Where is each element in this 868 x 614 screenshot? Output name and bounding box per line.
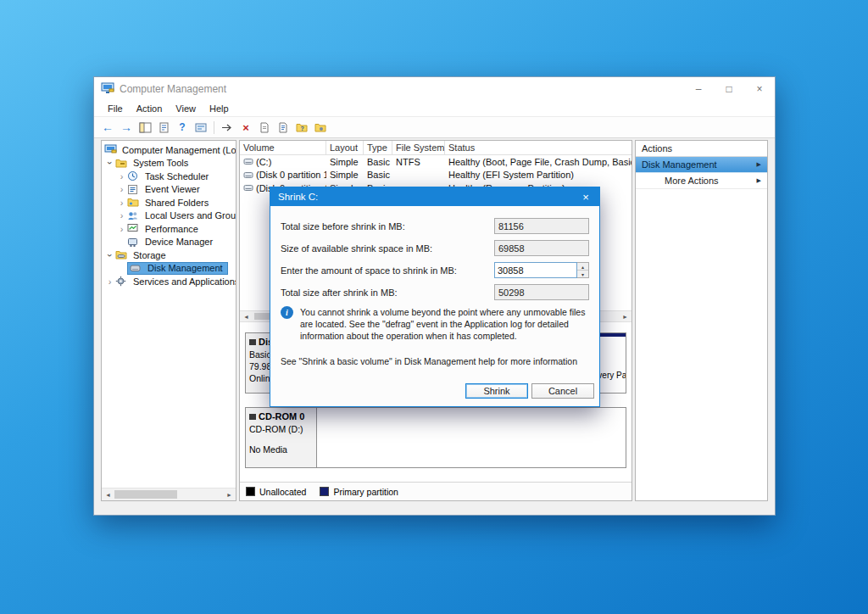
window-titlebar: Computer Management – □ × bbox=[94, 77, 775, 100]
field-label: Total size after shrink in MB: bbox=[281, 287, 494, 298]
unallocated-swatch-icon bbox=[246, 487, 255, 496]
cdrom-drive: CD-ROM (D:) bbox=[249, 423, 313, 435]
show-tree-icon[interactable] bbox=[136, 120, 153, 135]
tree-item-shared-folders[interactable]: › Shared Folders bbox=[102, 196, 236, 209]
document-icon[interactable] bbox=[256, 120, 273, 135]
tree-item-computer-management[interactable]: Computer Management (Local bbox=[102, 143, 236, 157]
actions-pane-title: Actions bbox=[636, 141, 767, 157]
partition-legend: Unallocated Primary partition bbox=[240, 482, 632, 500]
tree-item-label: Storage bbox=[131, 250, 169, 260]
tree-item-device-manager[interactable]: Device Manager bbox=[102, 236, 236, 249]
properties-icon[interactable] bbox=[192, 120, 209, 135]
chevron-down-icon[interactable]: › bbox=[105, 158, 115, 169]
device-manager-icon bbox=[127, 237, 140, 248]
actions-item-disk-management[interactable]: Disk Management ▶ bbox=[636, 157, 767, 173]
toolbar: ← → ? × ? bbox=[94, 117, 775, 138]
back-icon[interactable]: ← bbox=[99, 120, 116, 135]
field-row-total-before: Total size before shrink in MB: 81156 bbox=[281, 218, 589, 234]
forward-icon[interactable]: → bbox=[118, 120, 135, 135]
maximize-button[interactable]: □ bbox=[714, 77, 744, 100]
column-header-layout[interactable]: Layout bbox=[326, 141, 364, 154]
minimize-button[interactable]: – bbox=[683, 77, 714, 100]
close-button[interactable]: × bbox=[744, 77, 775, 100]
folder-help-icon[interactable]: ? bbox=[293, 120, 310, 135]
cdrom-icon bbox=[249, 414, 256, 420]
chevron-right-icon[interactable]: › bbox=[104, 276, 115, 287]
spinner-down-icon[interactable]: ▾ bbox=[577, 270, 588, 277]
volume-icon bbox=[243, 183, 253, 193]
scrollbar-track[interactable] bbox=[114, 488, 223, 500]
cdrom-media-area[interactable] bbox=[317, 407, 626, 468]
shrink-button[interactable]: Shrink bbox=[465, 383, 528, 399]
scroll-left-arrow-icon[interactable]: ◄ bbox=[240, 311, 253, 321]
chevron-down-icon[interactable]: › bbox=[105, 249, 115, 260]
tree-item-storage[interactable]: › Storage bbox=[102, 248, 236, 262]
scrollbar-thumb[interactable] bbox=[114, 490, 177, 499]
help-icon[interactable]: ? bbox=[174, 120, 191, 135]
scroll-right-arrow-icon[interactable]: ► bbox=[619, 311, 632, 321]
pointer-icon[interactable] bbox=[219, 120, 236, 135]
volume-row[interactable]: (Disk 0 partition 1) Simple Basic Health… bbox=[240, 169, 632, 182]
tree-item-disk-management[interactable]: Disk Management bbox=[102, 262, 236, 276]
field-row-total-after: Total size after shrink in MB: 50298 bbox=[281, 284, 589, 300]
cdrom-label[interactable]: CD-ROM 0 CD-ROM (D:) No Media bbox=[245, 407, 317, 468]
dialog-buttons: Shrink Cancel bbox=[465, 383, 594, 399]
tree-item-services-applications[interactable]: › Services and Applications bbox=[102, 275, 236, 288]
menu-help[interactable]: Help bbox=[203, 102, 236, 115]
menu-bar: File Action View Help bbox=[94, 100, 775, 117]
tree-item-label: Task Scheduler bbox=[142, 171, 211, 181]
column-header-status[interactable]: Status bbox=[445, 141, 632, 154]
menu-file[interactable]: File bbox=[101, 102, 130, 115]
shrink-amount-input[interactable] bbox=[494, 262, 577, 278]
spinner-up-icon[interactable]: ▴ bbox=[577, 263, 588, 270]
legend-unallocated: Unallocated bbox=[246, 487, 306, 497]
tree-item-local-users-groups[interactable]: › Local Users and Groups bbox=[102, 209, 236, 223]
task-scheduler-icon bbox=[127, 170, 140, 181]
total-after-field: 50298 bbox=[494, 284, 589, 300]
total-before-field: 81156 bbox=[494, 218, 589, 234]
tree-item-label: Device Manager bbox=[142, 237, 215, 247]
dialog-titlebar: Shrink C: × bbox=[270, 187, 599, 206]
chevron-right-icon[interactable]: › bbox=[116, 184, 127, 194]
dialog-close-icon[interactable]: × bbox=[572, 187, 599, 206]
column-header-type[interactable]: Type bbox=[364, 141, 392, 154]
app-icon bbox=[101, 82, 114, 95]
volume-status: Healthy (Boot, Page File, Crash Dump, Ba… bbox=[445, 157, 632, 167]
chevron-right-icon[interactable]: › bbox=[116, 224, 127, 234]
tree-item-performance[interactable]: › Performance bbox=[102, 222, 236, 236]
volume-row[interactable]: (C:) Simple Basic NTFS Healthy (Boot, Pa… bbox=[240, 155, 632, 169]
svg-text:?: ? bbox=[301, 126, 304, 131]
legend-primary-partition: Primary partition bbox=[320, 487, 398, 497]
dialog-title: Shrink C: bbox=[278, 192, 318, 202]
chevron-right-icon[interactable]: › bbox=[116, 171, 127, 181]
menu-action[interactable]: Action bbox=[130, 102, 170, 115]
scroll-left-arrow-icon[interactable]: ◄ bbox=[102, 488, 114, 500]
tree-item-event-viewer[interactable]: › Event Viewer bbox=[102, 183, 236, 197]
menu-view[interactable]: View bbox=[169, 102, 203, 115]
actions-item-more-actions[interactable]: More Actions ▶ bbox=[636, 173, 767, 189]
volume-fs: NTFS bbox=[392, 157, 445, 167]
field-label: Size of available shrink space in MB: bbox=[281, 243, 494, 254]
export-list-icon[interactable] bbox=[155, 120, 172, 135]
cancel-button[interactable]: Cancel bbox=[531, 383, 594, 399]
scroll-right-arrow-icon[interactable]: ► bbox=[223, 488, 236, 500]
volume-name: (C:) bbox=[256, 157, 271, 167]
computer-management-icon bbox=[104, 144, 117, 155]
field-label: Enter the amount of space to shrink in M… bbox=[281, 265, 494, 276]
column-header-file-system[interactable]: File System bbox=[392, 141, 445, 154]
chevron-right-icon[interactable]: › bbox=[116, 210, 127, 220]
submenu-arrow-icon: ▶ bbox=[757, 161, 761, 168]
folder-settings-icon[interactable] bbox=[312, 120, 329, 135]
chevron-right-icon[interactable]: › bbox=[116, 198, 127, 208]
tree-item-task-scheduler[interactable]: › Task Scheduler bbox=[102, 170, 236, 183]
field-label: Total size before shrink in MB: bbox=[281, 221, 494, 232]
services-icon bbox=[115, 276, 128, 287]
document-2-icon[interactable] bbox=[275, 120, 292, 135]
tree-item-label: Local Users and Groups bbox=[142, 210, 236, 220]
tree-item-system-tools[interactable]: › System Tools bbox=[102, 157, 236, 170]
tree-item-label: Performance bbox=[142, 224, 201, 234]
tree-horizontal-scrollbar[interactable]: ◄ ► bbox=[102, 488, 236, 500]
column-header-volume[interactable]: Volume bbox=[240, 141, 326, 154]
delete-icon[interactable]: × bbox=[237, 120, 254, 135]
tree-item-label: Services and Applications bbox=[131, 276, 236, 287]
